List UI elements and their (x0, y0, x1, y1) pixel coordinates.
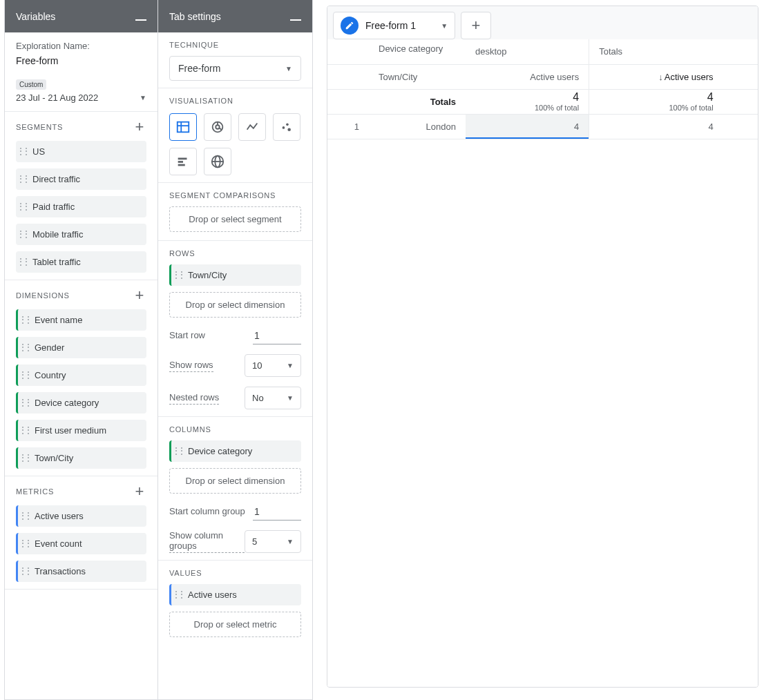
visualisation-title: VISUALISATION (169, 97, 301, 105)
rows-dropzone[interactable]: Drop or select dimension (169, 292, 301, 318)
active-users-header-1[interactable]: Active users (466, 64, 589, 89)
chevron-down-icon: ▼ (287, 362, 294, 369)
viz-bar-icon[interactable] (169, 148, 197, 175)
viz-table-icon[interactable] (169, 113, 197, 141)
technique-value: Free-form (178, 63, 220, 74)
segment-dropzone[interactable]: Drop or select segment (169, 206, 301, 232)
date-range-text: 23 Jul - 21 Aug 2022 (16, 93, 98, 103)
drag-handle-icon (22, 398, 29, 408)
dimension-chip[interactable]: Device category (16, 392, 146, 414)
svg-rect-11 (178, 161, 183, 163)
drag-handle-icon (22, 512, 29, 521)
chevron-down-icon: ▼ (285, 65, 292, 72)
drag-handle-icon (175, 271, 182, 280)
dimension-chip-label: Country (35, 370, 66, 380)
show-columns-select[interactable]: 5 ▼ (245, 530, 301, 553)
totals-desktop-value: 4 (475, 91, 579, 104)
segment-chip[interactable]: Direct traffic (16, 168, 146, 190)
values-chip-label: Active users (188, 590, 237, 600)
segment-comparisons-title: SEGMENT COMPARISONS (169, 191, 301, 200)
edit-icon (341, 17, 359, 35)
add-tab-button[interactable]: + (461, 12, 491, 39)
metric-chip[interactable]: Event count (16, 533, 146, 554)
drag-handle-icon (22, 454, 29, 463)
drag-handle-icon (22, 371, 29, 380)
segment-chip[interactable]: Mobile traffic (16, 224, 146, 245)
collapse-variables-icon[interactable] (135, 19, 146, 21)
totals-desktop-sub: 100% of total (475, 104, 579, 112)
exploration-name-label: Exploration Name: (16, 41, 146, 51)
table-row[interactable]: 1London44 (327, 114, 758, 139)
technique-select[interactable]: Free-form ▼ (169, 56, 301, 81)
show-rows-select[interactable]: 10 ▼ (245, 354, 301, 377)
viz-geo-icon[interactable] (204, 148, 231, 175)
metric-chip-label: Active users (35, 511, 84, 521)
segment-chip[interactable]: Tablet traffic (16, 251, 146, 273)
canvas-tab-bar: Free-form 1 ▼ + (327, 6, 758, 39)
add-metric-button[interactable]: + (133, 485, 146, 498)
drag-handle-icon (22, 567, 29, 576)
viz-donut-icon[interactable] (204, 113, 231, 141)
metric-chip[interactable]: Active users (16, 505, 146, 527)
values-chip-active-users[interactable]: Active users (169, 584, 301, 605)
tab-settings-panel: Tab settings TECHNIQUE Free-form ▼ VISUA… (157, 0, 313, 700)
totals-header[interactable]: Totals (589, 39, 723, 64)
dimension-chip-label: Gender (35, 342, 64, 353)
variables-title: Variables (16, 11, 55, 22)
dimension-chip[interactable]: Event name (16, 309, 146, 331)
metric-chip-label: Transactions (35, 566, 86, 576)
svg-rect-0 (178, 122, 189, 133)
viz-line-icon[interactable] (238, 113, 266, 141)
chevron-down-icon[interactable]: ▼ (441, 22, 448, 30)
columns-chip-label: Device category (188, 446, 252, 456)
drag-handle-icon (20, 147, 27, 157)
segment-chip[interactable]: Paid traffic (16, 196, 146, 217)
segment-chip-label: Paid traffic (32, 202, 75, 212)
values-dropzone[interactable]: Drop or select metric (169, 612, 301, 637)
svg-point-9 (287, 128, 291, 131)
segment-chip[interactable]: US (16, 141, 146, 162)
device-category-header: Device category (379, 43, 456, 55)
svg-rect-10 (178, 158, 187, 160)
nested-rows-label: Nested rows (169, 392, 219, 405)
add-dimension-button[interactable]: + (133, 289, 146, 302)
dimension-chip[interactable]: Gender (16, 337, 146, 358)
variables-panel: Variables Exploration Name: Free-form Cu… (4, 0, 158, 700)
nested-rows-select[interactable]: No ▼ (245, 387, 301, 409)
columns-chip-device-category[interactable]: Device category (169, 440, 301, 462)
date-range-picker[interactable]: Custom 23 Jul - 21 Aug 2022 ▼ (5, 72, 157, 112)
tab-chip-freeform-1[interactable]: Free-form 1 ▼ (333, 12, 455, 39)
dimension-chip-label: Event name (35, 315, 82, 325)
dimension-chip[interactable]: Town/City (16, 447, 146, 469)
town-city-header[interactable]: Town/City (369, 64, 466, 89)
svg-point-8 (286, 124, 289, 126)
show-columns-label: Show column groups (169, 530, 245, 553)
start-row-input[interactable] (253, 327, 301, 344)
dimension-chip-label: Device category (35, 398, 99, 408)
start-column-input[interactable] (253, 503, 301, 521)
drag-handle-icon (22, 426, 29, 436)
sort-desc-icon: ↓ (658, 72, 663, 82)
columns-dropzone[interactable]: Drop or select dimension (169, 468, 301, 494)
segment-chip-label: Direct traffic (32, 174, 80, 184)
collapse-tab-settings-icon[interactable] (290, 19, 301, 21)
technique-title: TECHNIQUE (169, 41, 301, 49)
row-city: London (369, 114, 466, 139)
desktop-header[interactable]: desktop (466, 39, 589, 64)
dimension-chip[interactable]: First user medium (16, 420, 146, 441)
metric-chip[interactable]: Transactions (16, 561, 146, 582)
tab-name: Free-form 1 (365, 20, 416, 31)
chevron-down-icon: ▼ (140, 94, 146, 101)
values-title: VALUES (169, 569, 301, 577)
exploration-name-value[interactable]: Free-form (16, 55, 146, 66)
totals-total-value: 4 (599, 91, 713, 104)
active-users-sort-header[interactable]: ↓Active users (589, 64, 723, 89)
add-segment-button[interactable]: + (133, 120, 146, 134)
rows-title: ROWS (169, 249, 301, 257)
viz-scatter-icon[interactable] (273, 113, 300, 141)
rows-chip-town-city[interactable]: Town/City (169, 264, 301, 286)
dimension-chip[interactable]: Country (16, 364, 146, 386)
dimension-chip-label: Town/City (35, 453, 73, 463)
segment-chip-label: Mobile traffic (32, 229, 83, 240)
rows-chip-label: Town/City (188, 270, 227, 280)
